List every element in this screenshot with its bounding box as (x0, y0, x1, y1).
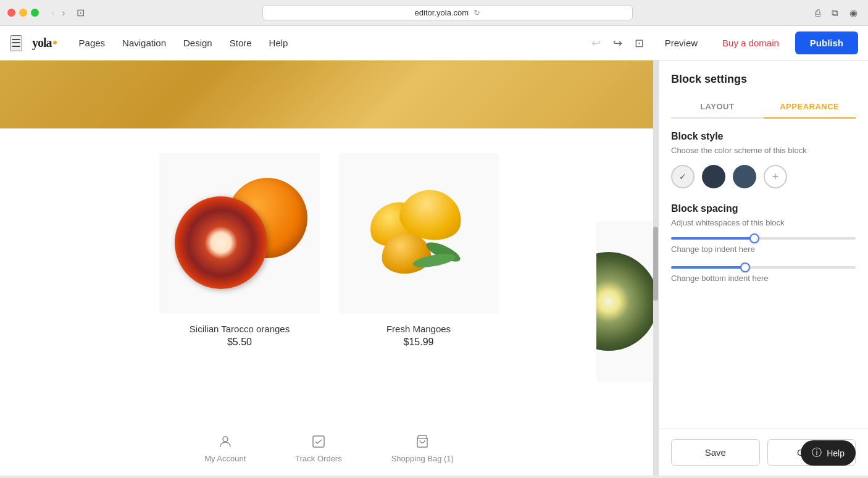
header-right: ↩ ↪ ⊡ Preview Buy a domain Publish (586, 31, 858, 54)
tab-appearance[interactable]: APPEARANCE (764, 96, 856, 119)
panel-title: Block settings (671, 73, 856, 86)
trackorders-label: Track Orders (295, 454, 341, 463)
swatch-add[interactable]: + (764, 165, 787, 188)
block-style-desc: Choose the color scheme of this block (671, 146, 856, 155)
new-tab-icon[interactable]: ⧉ (828, 6, 841, 20)
fullscreen-button[interactable] (31, 9, 39, 17)
svg-point-0 (223, 437, 228, 442)
footer-nav-trackorders: Track Orders (295, 433, 341, 463)
save-button[interactable]: Save (671, 439, 760, 466)
scrollbar-thumb[interactable] (653, 227, 658, 301)
nav-help[interactable]: Help (262, 33, 296, 53)
person-icon (217, 433, 234, 450)
product-image-box-mangoes (338, 153, 499, 314)
block-style-section: Block style Choose the color scheme of t… (671, 131, 856, 188)
app-header: ☰ yola Pages Navigation Design Store Hel… (0, 26, 868, 61)
bag-icon (414, 433, 431, 450)
footer-nav-shoppingbag: Shopping Bag (1) (391, 433, 454, 463)
product-image-box-oranges (159, 153, 320, 314)
footer-nav: My Account Track Orders (0, 427, 658, 469)
top-indent-fill (671, 237, 754, 240)
block-spacing-title: Block spacing (671, 203, 856, 214)
product-price-mangoes: $15.99 (404, 337, 434, 348)
logo-dot (53, 41, 57, 44)
profile-icon[interactable]: ◉ (846, 6, 861, 20)
forward-button[interactable]: › (59, 6, 67, 20)
nav-navigation[interactable]: Navigation (115, 33, 173, 53)
minimize-button[interactable] (19, 9, 27, 17)
swatch-white[interactable]: ✓ (671, 165, 695, 188)
bottom-indent-label: Change bottom indent here (671, 274, 856, 283)
orange-half (175, 196, 267, 289)
checkmark-icon: ✓ (679, 172, 686, 182)
product-name-oranges: Sicilian Tarocco oranges (190, 324, 290, 334)
back-button[interactable]: ‹ (49, 6, 57, 20)
nav-store[interactable]: Store (222, 33, 259, 53)
bottom-indent-fill (671, 266, 745, 269)
preview-button[interactable]: Preview (656, 33, 706, 53)
product-card-oranges: Sicilian Tarocco oranges $5.50 (159, 153, 320, 348)
help-button[interactable]: ⓘ Help (801, 440, 856, 466)
nav-pages[interactable]: Pages (72, 33, 113, 53)
canvas-area: Sicilian Tarocco oranges $5.50 (0, 61, 658, 476)
top-indent-thumb[interactable] (749, 233, 759, 243)
url-text: editor.yola.com (415, 8, 469, 17)
bottom-indent-track (671, 266, 856, 269)
panel-header: Block settings LAYOUT APPEARANCE (659, 61, 868, 119)
browser-chrome: ‹ › ⊡ editor.yola.com ↻ ⎙ ⧉ ◉ (0, 0, 868, 26)
panel-tabs: LAYOUT APPEARANCE (671, 96, 856, 119)
top-indent-slider-section: Change top indent here (671, 237, 856, 254)
orange-image (172, 166, 307, 301)
top-indent-track (671, 237, 856, 240)
logo: yola (32, 36, 57, 50)
close-button[interactable] (7, 9, 15, 17)
top-indent-label: Change top indent here (671, 245, 856, 254)
help-label: Help (827, 448, 845, 458)
sidebar-toggle[interactable]: ⊡ (73, 6, 88, 20)
main-layout: Sicilian Tarocco oranges $5.50 (0, 61, 868, 476)
footer-nav-myaccount: My Account (204, 433, 246, 463)
canvas-top-image (0, 61, 658, 128)
help-circle-icon: ⓘ (812, 447, 822, 459)
save-icon[interactable]: ⊡ (630, 34, 649, 52)
refresh-icon[interactable]: ↻ (474, 8, 480, 17)
block-style-title: Block style (671, 131, 856, 142)
panel-body: Block style Choose the color scheme of t… (659, 119, 868, 429)
undo-button[interactable]: ↩ (586, 34, 606, 52)
product-name-mangoes: Fresh Mangoes (386, 324, 451, 334)
check-square-icon (310, 433, 327, 450)
scrollbar[interactable] (653, 61, 658, 476)
main-nav: Pages Navigation Design Store Help (72, 33, 296, 53)
product-card-kiwi-partial (596, 221, 658, 382)
bottom-indent-slider-section: Change bottom indent here (671, 266, 856, 283)
share-icon[interactable]: ⎙ (812, 6, 824, 20)
url-bar[interactable]: editor.yola.com ↻ (262, 5, 633, 20)
traffic-lights (7, 9, 39, 17)
shoppingbag-label: Shopping Bag (1) (391, 454, 454, 463)
mango-image (351, 166, 486, 301)
redo-button[interactable]: ↪ (608, 34, 627, 52)
tab-layout[interactable]: LAYOUT (671, 96, 764, 117)
buy-domain-button[interactable]: Buy a domain (714, 33, 788, 53)
kiwi-image (596, 252, 658, 351)
nav-design[interactable]: Design (176, 33, 220, 53)
publish-button[interactable]: Publish (795, 31, 858, 54)
swatch-dark2[interactable] (733, 165, 756, 188)
color-swatches: ✓ + (671, 165, 856, 188)
product-card-mangoes: Fresh Mangoes $15.99 (338, 153, 499, 348)
product-price-oranges: $5.50 (227, 337, 252, 348)
products-section: Sicilian Tarocco oranges $5.50 (0, 141, 658, 360)
hamburger-menu[interactable]: ☰ (10, 35, 22, 51)
block-spacing-desc: Adjust whitespaces of this block (671, 218, 856, 227)
svg-rect-1 (313, 436, 324, 447)
myaccount-label: My Account (204, 454, 246, 463)
canvas-inner: Sicilian Tarocco oranges $5.50 (0, 61, 658, 476)
block-spacing-section: Block spacing Adjust whitespaces of this… (671, 203, 856, 283)
swatch-dark1[interactable] (702, 165, 725, 188)
side-panel: Block settings LAYOUT APPEARANCE Block s… (658, 61, 868, 476)
bottom-indent-thumb[interactable] (740, 262, 750, 272)
